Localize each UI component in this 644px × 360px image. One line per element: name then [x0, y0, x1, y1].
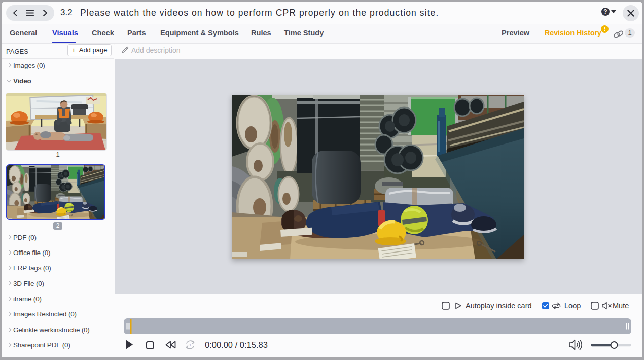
- svg-text:0:00.00 / 0:15.83: 0:00.00 / 0:15.83: [205, 340, 268, 349]
- svg-text:Mute: Mute: [613, 302, 629, 310]
- svg-text:Autoplay inside card: Autoplay inside card: [466, 302, 532, 310]
- svg-text:1: 1: [189, 343, 192, 347]
- svg-text:Loop: Loop: [564, 302, 581, 310]
